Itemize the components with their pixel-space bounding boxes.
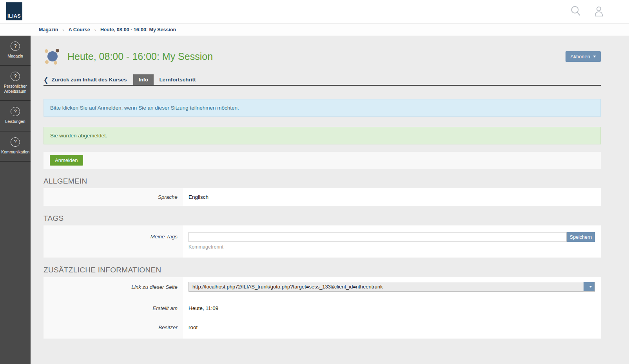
form-row-tags: Meine Tags Speichern Kommagetrennt [44,225,601,258]
sidebar-item-label: Kommunikation [1,150,29,155]
breadcrumb-item-session[interactable]: Heute, 08:00 - 16:00: My Session [100,27,176,32]
ilias-logo-text: ILIAS [7,13,21,19]
anmelden-button[interactable]: Anmelden [50,155,83,166]
form-row-erstellt-am: Erstellt am Heute, 11:09 [44,297,601,317]
tags-input[interactable] [189,232,567,242]
besitzer-label: Besitzer [44,317,183,339]
actions-button-label: Aktionen [570,54,590,59]
question-mark-icon: ? [11,72,20,81]
tags-input-group: Speichern [189,232,595,242]
form-row-besitzer: Besitzer root [44,317,601,339]
question-mark-icon: ? [11,107,20,116]
section-additional-info: Link zu dieser Seite http://localhost.ph… [44,277,601,339]
section-heading-zusaetzliche-informationen: ZUSÄTZLICHE INFORMATIONEN [44,266,601,274]
section-allgemein: Sprache Englisch [44,188,601,206]
sidebar-item-label: Persönlicher Arbeitsraum [1,84,29,94]
meine-tags-label: Meine Tags [44,225,183,258]
section-tags: Meine Tags Speichern Kommagetrennt [44,225,601,258]
sidebar-item-magazin[interactable]: ? Magazin [0,36,31,66]
erstellt-am-value: Heute, 11:09 [183,297,601,317]
page-title-row: Heute, 08:00 - 16:00: My Session Aktione… [44,47,601,66]
breadcrumb-separator-icon: › [94,27,96,33]
breadcrumb-separator-icon: › [62,27,64,33]
erstellt-am-label: Erstellt am [44,297,183,317]
sidebar-item-label: Magazin [1,54,29,59]
command-row: Anmelden [44,152,601,169]
ilias-logo[interactable]: ILIAS [6,2,22,20]
form-row-sprache: Sprache Englisch [44,188,601,206]
besitzer-value: root [183,317,601,339]
permalink-select[interactable]: http://localhost.php72/ILIAS_trunk/goto.… [189,282,595,292]
caret-down-icon [593,56,596,58]
top-header: ILIAS [0,0,629,23]
session-object-icon [44,48,61,65]
sprache-value: Englisch [183,188,601,206]
section-heading-tags: TAGS [44,214,601,223]
back-link-label: Zurück zum Inhalt des Kurses [52,77,127,83]
info-message: Bitte klicken Sie auf Anmelden, wenn Sie… [44,99,601,117]
sidebar-item-label: Leistungen [1,119,29,124]
tab-lernfortschritt[interactable]: Lernfortschritt [154,74,201,85]
tags-hint: Kommagetrennt [189,244,595,250]
user-icon[interactable] [594,5,604,17]
sidebar-item-kommunikation[interactable]: ? Kommunikation [0,132,31,162]
main-content: Heute, 08:00 - 16:00: My Session Aktione… [31,0,629,339]
select-dropdown-button[interactable] [584,282,595,291]
header-icons [570,5,604,17]
left-sidebar: ? Magazin ? Persönlicher Arbeitsraum ? L… [0,36,31,364]
permalink-url: http://localhost.php72/ILIAS_trunk/goto.… [189,284,584,290]
sidebar-item-personal-workspace[interactable]: ? Persönlicher Arbeitsraum [0,66,31,101]
success-message: Sie wurden abgemeldet. [44,127,601,144]
page-title: Heute, 08:00 - 16:00: My Session [67,51,213,62]
sprache-label: Sprache [44,188,183,206]
back-to-course-link[interactable]: ❮ Zurück zum Inhalt des Kurses [44,76,127,83]
sidebar-item-leistungen[interactable]: ? Leistungen [0,101,31,131]
permalink-label: Link zu dieser Seite [44,277,183,297]
form-row-permalink: Link zu dieser Seite http://localhost.ph… [44,277,601,297]
ilias-page: ILIAS Magazin › A Course › Heute, 08:00 … [0,0,629,364]
search-icon[interactable] [570,5,581,17]
breadcrumb-item-magazin[interactable]: Magazin [39,27,58,32]
tab-info[interactable]: Info [133,74,154,85]
caret-down-icon [589,286,592,288]
tab-bar: ❮ Zurück zum Inhalt des Kurses Info Lern… [44,74,601,86]
breadcrumb: Magazin › A Course › Heute, 08:00 - 16:0… [0,23,629,36]
question-mark-icon: ? [11,137,20,147]
question-mark-icon: ? [11,41,20,51]
section-heading-allgemein: ALLGEMEIN [44,177,601,186]
chevron-left-icon: ❮ [44,76,49,84]
actions-button[interactable]: Aktionen [566,51,601,62]
speichern-button[interactable]: Speichern [567,232,595,242]
breadcrumb-item-course[interactable]: A Course [69,27,90,32]
